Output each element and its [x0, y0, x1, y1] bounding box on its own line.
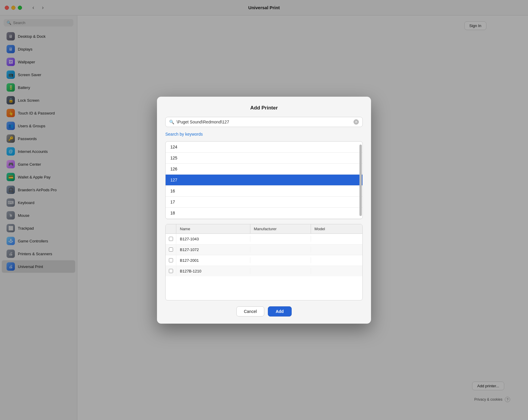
- dialog-buttons: Cancel Add: [165, 306, 363, 316]
- td-manufacturer-2: [250, 257, 311, 263]
- td-name-0: B127-1043: [176, 234, 250, 244]
- search-by-keywords-link[interactable]: Search by keywords: [165, 132, 363, 137]
- row-checkbox-2[interactable]: [166, 255, 176, 265]
- td-name-3: B127B-1210: [176, 266, 250, 276]
- checkbox-3[interactable]: [169, 269, 173, 273]
- cancel-button[interactable]: Cancel: [236, 306, 264, 316]
- checkbox-0[interactable]: [169, 237, 173, 241]
- td-manufacturer-1: [250, 247, 311, 253]
- main-window: ‹ › Universal Print 🔍 🖥Desktop & Dock🖥Di…: [0, 0, 528, 420]
- add-printer-dialog: Add Printer 🔍 ✕ Search by keywords 12412…: [157, 97, 371, 324]
- clear-search-button[interactable]: ✕: [353, 119, 359, 125]
- td-model-2: [311, 257, 362, 263]
- printer-list-item-18[interactable]: 18: [166, 208, 362, 219]
- row-checkbox-1[interactable]: [166, 245, 176, 255]
- table-row[interactable]: B127-1043: [166, 234, 362, 245]
- th-checkbox: [166, 224, 176, 233]
- row-checkbox-0[interactable]: [166, 234, 176, 244]
- row-checkbox-3[interactable]: [166, 266, 176, 276]
- printer-list-item-126[interactable]: 126: [166, 164, 362, 175]
- checkbox-1[interactable]: [169, 247, 173, 252]
- dialog-title: Add Printer: [165, 105, 363, 111]
- td-manufacturer-3: [250, 268, 311, 274]
- printer-search-bar: 🔍 ✕: [165, 117, 363, 127]
- table-row[interactable]: B127-2001: [166, 255, 362, 266]
- th-model: Model: [311, 224, 362, 233]
- printer-results-table: Name Manufacturer Model B127-1043 B127-1…: [165, 224, 363, 300]
- th-name: Name: [176, 224, 250, 233]
- printer-list-item-127[interactable]: 127: [166, 175, 362, 186]
- list-scrollbar[interactable]: [359, 145, 362, 216]
- printer-list-item-16[interactable]: 16: [166, 186, 362, 197]
- printer-search-input[interactable]: [177, 120, 351, 124]
- printer-list-item-125[interactable]: 125: [166, 153, 362, 164]
- td-model-1: [311, 247, 362, 253]
- td-manufacturer-0: [250, 236, 311, 242]
- add-button[interactable]: Add: [268, 306, 292, 316]
- table-header: Name Manufacturer Model: [166, 224, 362, 234]
- printer-list-items: 12412512612716171820: [166, 142, 362, 219]
- printer-list-item-20[interactable]: 20: [166, 219, 362, 219]
- th-manufacturer: Manufacturer: [250, 224, 311, 233]
- printer-list-item-124[interactable]: 124: [166, 142, 362, 153]
- printer-search-icon: 🔍: [169, 120, 174, 124]
- table-row[interactable]: B127-1072: [166, 245, 362, 255]
- td-name-2: B127-2001: [176, 255, 250, 266]
- td-model-3: [311, 268, 362, 274]
- printer-number-list: 12412512612716171820: [165, 141, 363, 219]
- table-row[interactable]: B127B-1210: [166, 266, 362, 276]
- empty-table-space: [166, 276, 362, 300]
- table-body: B127-1043 B127-1072 B127-2001 B127B-1210: [166, 234, 362, 276]
- td-model-0: [311, 236, 362, 242]
- checkbox-2[interactable]: [169, 258, 173, 262]
- td-name-1: B127-1072: [176, 245, 250, 255]
- modal-overlay[interactable]: Add Printer 🔍 ✕ Search by keywords 12412…: [0, 0, 528, 420]
- printer-list-item-17[interactable]: 17: [166, 197, 362, 208]
